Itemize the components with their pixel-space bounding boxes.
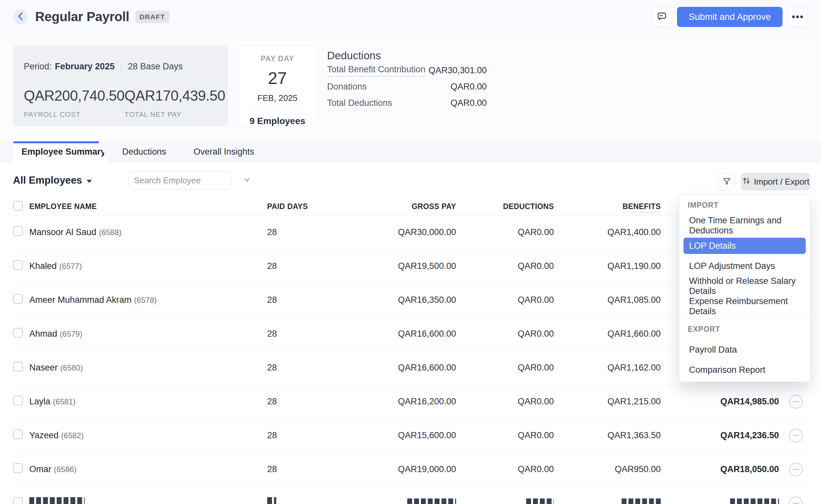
ellipsis-icon: ••• xyxy=(792,11,804,22)
tab-deductions[interactable]: Deductions xyxy=(108,141,180,162)
menu-item-comparison-report[interactable]: Comparison Report xyxy=(679,360,810,380)
back-button[interactable] xyxy=(13,9,28,24)
employee-name[interactable]: Layla xyxy=(29,397,50,406)
payroll-cost-label: PAYROLL COST xyxy=(24,110,124,119)
filter-button[interactable] xyxy=(718,173,735,190)
menu-item-expense-reimbursement[interactable]: Expense Reimbursement Details xyxy=(679,296,810,316)
comments-button[interactable] xyxy=(652,7,672,27)
tab-employee-summary[interactable]: Employee Summary xyxy=(13,141,108,162)
submit-and-approve-button[interactable]: Submit and Approve xyxy=(677,7,783,27)
deductions-cell: QAR0.00 xyxy=(456,397,554,407)
paid-days-cell: 28 xyxy=(251,261,316,271)
menu-item-withhold-release-salary[interactable]: Withhold or Release Salary Details xyxy=(679,276,810,296)
benefits-cell: QAR950.00 xyxy=(554,464,661,474)
menu-item-lop-details[interactable]: LOP Details xyxy=(684,238,806,254)
employee-id: (6578) xyxy=(134,296,157,304)
menu-item-lop-adjustment-days[interactable]: LOP Adjustment Days xyxy=(679,256,810,276)
gross-pay-cell: QAR16,600.00 xyxy=(316,329,456,339)
paid-days-cell: 28 xyxy=(251,227,316,237)
table-row-partial xyxy=(13,486,808,504)
chevron-down-icon[interactable] xyxy=(243,176,251,185)
employee-id: (6579) xyxy=(60,329,82,338)
row-checkbox[interactable] xyxy=(13,396,23,405)
col-benefits: BENEFITS xyxy=(554,202,661,211)
benefits-cell: QAR1,162.00 xyxy=(554,363,661,373)
row-actions-button[interactable] xyxy=(789,429,803,442)
search-input[interactable] xyxy=(134,175,243,186)
table-row: Layla(6581) 28 QAR16,200.00 QAR0.00 QAR1… xyxy=(13,385,808,419)
benefits-cell: QAR1,363.50 xyxy=(554,430,661,441)
select-all-checkbox[interactable] xyxy=(13,201,23,211)
page-header: Regular Payroll DRAFT Submit and Approve… xyxy=(0,0,821,34)
total-net-pay-label: TOTAL NET PAY xyxy=(124,110,225,119)
col-gross-pay: GROSS PAY xyxy=(316,202,456,211)
period-label: Period: xyxy=(24,62,52,72)
comment-icon xyxy=(657,11,667,22)
employee-name[interactable]: Ameer Muhammad Akram xyxy=(29,295,132,305)
payday-day: 27 xyxy=(238,68,316,88)
donations-label: Donations xyxy=(327,82,367,92)
gross-pay-cell: QAR16,350.00 xyxy=(316,295,456,305)
row-checkbox[interactable] xyxy=(13,294,23,304)
employee-name[interactable]: Omar xyxy=(29,464,51,474)
employee-name[interactable]: Naseer xyxy=(29,363,58,372)
row-checkbox[interactable] xyxy=(13,463,23,473)
import-export-button[interactable]: Import / Export xyxy=(741,173,810,190)
payday-month-year: FEB, 2025 xyxy=(238,93,316,103)
benefits-cell: QAR1,660.00 xyxy=(554,329,661,339)
table-row: Yazeed(6582) 28 QAR15,600.00 QAR0.00 QAR… xyxy=(13,419,808,453)
col-deductions: DEDUCTIONS xyxy=(456,202,554,211)
net-pay-cell: QAR14,985.00 xyxy=(661,397,779,407)
employee-name[interactable]: Mansoor Al Saud xyxy=(29,227,96,237)
more-options-button[interactable]: ••• xyxy=(788,7,808,27)
benefits-cell: QAR1,190.00 xyxy=(554,261,661,271)
deductions-cell: QAR0.00 xyxy=(456,363,554,373)
base-days: 28 Base Days xyxy=(128,62,183,72)
tab-overall-insights[interactable]: Overall Insights xyxy=(180,141,268,162)
paid-days-cell: 28 xyxy=(251,295,316,305)
employee-id: (6577) xyxy=(59,262,82,271)
employee-search xyxy=(128,171,231,189)
row-checkbox[interactable] xyxy=(13,362,23,371)
total-benefit-contribution-label[interactable]: Total Benefit Contribution xyxy=(327,64,426,77)
funnel-icon xyxy=(722,177,731,187)
caret-down-icon xyxy=(87,180,92,183)
row-checkbox[interactable] xyxy=(13,429,23,439)
total-deductions-value: QAR0.00 xyxy=(451,98,487,108)
import-export-menu: IMPORT One Time Earnings and Deductions … xyxy=(679,195,810,382)
employee-name[interactable]: Yazeed xyxy=(29,430,59,440)
menu-item-one-time-earnings[interactable]: One Time Earnings and Deductions xyxy=(679,216,810,236)
row-checkbox[interactable] xyxy=(13,260,23,270)
benefits-cell: QAR1,400.00 xyxy=(554,227,661,237)
row-checkbox[interactable] xyxy=(13,497,23,504)
summary-section: Period: February 2025 28 Base Days QAR20… xyxy=(13,46,808,126)
menu-divider xyxy=(679,319,810,319)
page-title: Regular Payroll xyxy=(35,9,129,24)
deductions-cell: QAR0.00 xyxy=(456,329,554,339)
tab-bar: Employee Summary Deductions Overall Insi… xyxy=(0,141,821,162)
employee-filter-dropdown[interactable]: All Employees xyxy=(13,175,92,186)
row-actions-button[interactable] xyxy=(789,395,803,409)
employee-name[interactable]: Khaled xyxy=(29,261,57,271)
row-checkbox[interactable] xyxy=(13,328,23,338)
menu-item-payroll-data[interactable]: Payroll Data xyxy=(679,340,810,360)
import-section-label: IMPORT xyxy=(688,201,810,210)
employee-id: (6580) xyxy=(60,363,83,372)
deductions-cell: QAR0.00 xyxy=(456,227,554,237)
employee-name[interactable]: Ahmad xyxy=(29,329,57,339)
payroll-cost-value: QAR200,740.50 xyxy=(24,88,124,104)
import-export-arrows-icon xyxy=(742,176,754,188)
gross-pay-cell: QAR16,600.00 xyxy=(316,363,456,373)
employee-id: (6588) xyxy=(99,228,121,237)
paid-days-cell: 28 xyxy=(251,464,316,474)
deductions-cell: QAR0.00 xyxy=(456,430,554,441)
paid-days-cell: 28 xyxy=(251,397,316,407)
divider xyxy=(121,61,121,72)
net-pay-cell: QAR14,236.50 xyxy=(661,430,779,441)
row-checkbox[interactable] xyxy=(13,226,23,236)
row-actions-button[interactable] xyxy=(789,497,803,504)
total-benefit-contribution-value: QAR30,301.00 xyxy=(429,65,487,76)
row-actions-button[interactable] xyxy=(789,463,803,476)
donations-value: QAR0.00 xyxy=(451,82,487,92)
gross-pay-cell: QAR19,000.00 xyxy=(316,464,456,474)
